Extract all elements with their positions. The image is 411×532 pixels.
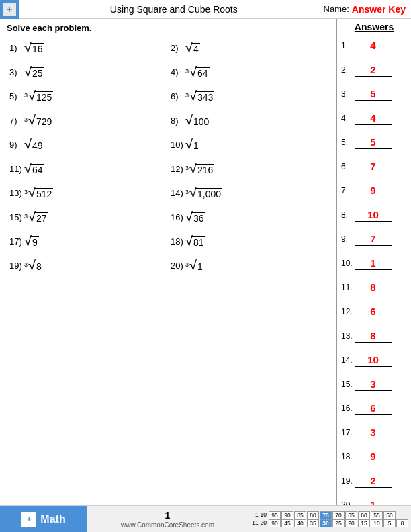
- answer-number: 9.: [341, 234, 355, 244]
- answer-value: 4: [355, 112, 392, 125]
- answer-value: 10: [355, 209, 392, 222]
- problem-number: 17): [9, 236, 24, 247]
- score-cell: 55: [371, 511, 383, 519]
- score-cell: 75: [320, 511, 332, 519]
- answer-number: 1.: [341, 41, 355, 50]
- score-cell: 50: [383, 511, 396, 519]
- problem-number: 3): [9, 67, 24, 77]
- math-expression: √ 49: [24, 138, 44, 151]
- problem-item: 15) 3√ 27: [7, 205, 168, 229]
- problem-number: 18): [171, 236, 185, 247]
- answer-row: 12.6: [341, 300, 407, 324]
- score-cell: 70: [332, 511, 345, 519]
- problem-number: 13): [9, 188, 24, 198]
- answers-list: 1.42.23.54.45.56.77.98.109.710.111.812.6…: [341, 34, 407, 517]
- problem-number: 20): [171, 261, 185, 271]
- answer-key-label: Answer Key: [352, 4, 406, 15]
- answer-value: 7: [355, 233, 392, 246]
- answer-number: 14.: [341, 355, 355, 365]
- answer-number: 15.: [341, 380, 355, 389]
- footer-url: www.CommonCoreSheets.com: [87, 521, 248, 529]
- math-expression: √ 25: [24, 65, 44, 79]
- problem-number: 9): [9, 140, 24, 150]
- header: + Using Square and Cube Roots Name: Answ…: [0, 0, 411, 19]
- answer-value: 3: [355, 378, 392, 391]
- answer-value: 6: [355, 306, 392, 318]
- answer-value: 9: [355, 185, 392, 197]
- answer-value: 1: [355, 257, 392, 270]
- score-cell: 20: [345, 519, 357, 527]
- score-cell: 10: [371, 519, 383, 527]
- footer-center: 1 www.CommonCoreSheets.com: [87, 510, 248, 529]
- answer-row: 9.7: [341, 227, 407, 251]
- score-label-1-10: 1-10: [248, 511, 268, 519]
- math-expression: 3√ 343: [185, 89, 214, 103]
- problem-item: 17) √ 9: [7, 229, 168, 253]
- answer-number: 4.: [341, 114, 355, 123]
- answer-row: 18.9: [341, 445, 407, 469]
- main-content: Solve each problem. 1) √ 16 2) √ 4 3) √ …: [0, 19, 411, 505]
- answer-value: 6: [355, 402, 392, 415]
- answer-value: 7: [355, 161, 392, 173]
- score-cell: 85: [294, 511, 306, 519]
- answer-number: 10.: [341, 259, 355, 268]
- answer-number: 2.: [341, 65, 355, 75]
- problem-item: 7) 3√ 729: [7, 108, 168, 132]
- math-expression: 3√ 125: [24, 89, 53, 103]
- answer-row: 8.10: [341, 203, 407, 227]
- problem-number: 15): [9, 212, 24, 222]
- problem-item: 6) 3√ 343: [168, 84, 329, 108]
- math-expression: 3√ 1,000: [185, 186, 222, 200]
- problem-number: 2): [171, 43, 185, 53]
- answer-row: 19.2: [341, 469, 407, 493]
- answer-number: 16.: [341, 404, 355, 413]
- problem-number: 7): [9, 116, 24, 126]
- score-row-2: 11-2090454035302520151050: [248, 519, 408, 527]
- footer-logo-icon: +: [21, 512, 36, 527]
- answer-row: 4.4: [341, 106, 407, 130]
- answer-number: 8.: [341, 210, 355, 220]
- score-cell: 95: [269, 511, 281, 519]
- problem-item: 8) √ 100: [168, 108, 329, 132]
- answer-row: 15.3: [341, 372, 407, 396]
- answer-row: 1.4: [341, 34, 407, 58]
- answer-row: 6.7: [341, 154, 407, 179]
- problem-item: 9) √ 49: [7, 132, 168, 157]
- answer-number: 5.: [341, 138, 355, 147]
- math-expression: 3√ 216: [185, 162, 214, 175]
- answer-row: 14.10: [341, 348, 407, 372]
- answer-row: 2.2: [341, 58, 407, 82]
- problem-item: 5) 3√ 125: [7, 84, 168, 108]
- math-expression: 3√ 512: [24, 186, 53, 200]
- instructions: Solve each problem.: [7, 23, 329, 33]
- problem-item: 20) 3√ 1: [168, 253, 329, 277]
- answer-row: 16.6: [341, 396, 407, 420]
- problem-item: 2) √ 4: [168, 36, 329, 60]
- footer: + Math 1 www.CommonCoreSheets.com 1-1095…: [0, 505, 411, 532]
- problems-section: Solve each problem. 1) √ 16 2) √ 4 3) √ …: [0, 19, 337, 505]
- score-cell: 30: [320, 519, 332, 527]
- score-label-11-20: 11-20: [248, 519, 268, 527]
- answer-row: 5.5: [341, 130, 407, 154]
- problem-number: 11): [9, 164, 24, 174]
- score-cell: 25: [332, 519, 345, 527]
- problem-item: 10) √ 1: [168, 132, 329, 157]
- answer-row: 3.5: [341, 82, 407, 106]
- answer-number: 17.: [341, 428, 355, 437]
- problem-item: 4) 3√ 64: [168, 60, 329, 84]
- score-cell: 45: [281, 519, 293, 527]
- answer-number: 19.: [341, 476, 355, 486]
- score-cell: 15: [358, 519, 370, 527]
- problem-item: 14) 3√ 1,000: [168, 181, 329, 205]
- answer-row: 11.8: [341, 275, 407, 300]
- answer-number: 6.: [341, 162, 355, 171]
- score-cell: 90: [269, 519, 281, 527]
- answer-row: 7.9: [341, 179, 407, 203]
- answer-value: 2: [355, 64, 392, 77]
- math-expression: √ 64: [24, 162, 44, 175]
- math-expression: 3√ 1: [185, 259, 204, 272]
- math-expression: √ 100: [185, 114, 210, 127]
- math-expression: √ 36: [185, 210, 205, 224]
- problem-number: 6): [171, 91, 185, 101]
- answer-value: 10: [355, 354, 392, 367]
